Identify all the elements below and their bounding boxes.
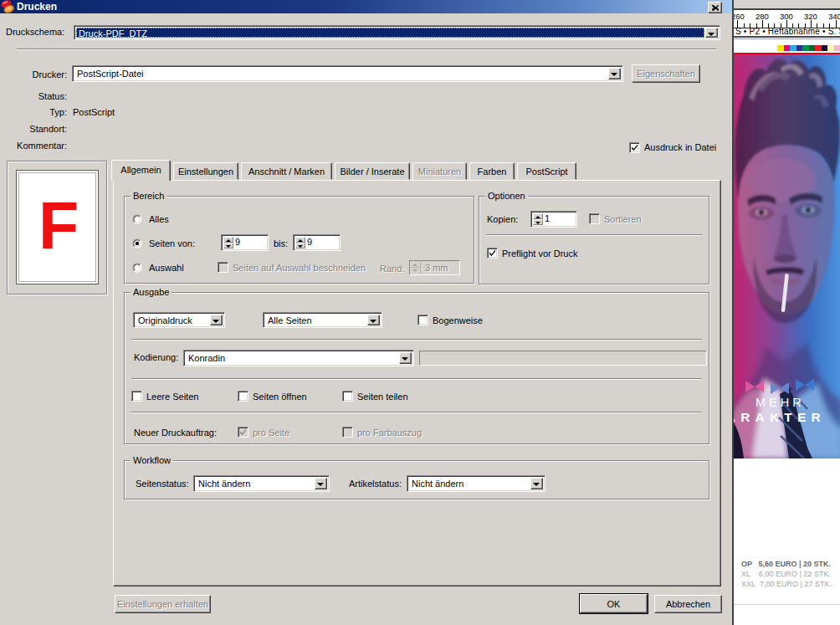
svg-text:280: 280: [755, 12, 769, 21]
svg-text:260: 260: [734, 12, 745, 21]
svg-text:CHARAKTER: CHARAKTER: [734, 410, 826, 424]
svg-text:300: 300: [780, 12, 793, 21]
svg-text:340: 340: [828, 12, 840, 21]
svg-text:MEHR: MEHR: [755, 396, 805, 409]
svg-text:320: 320: [804, 12, 817, 21]
